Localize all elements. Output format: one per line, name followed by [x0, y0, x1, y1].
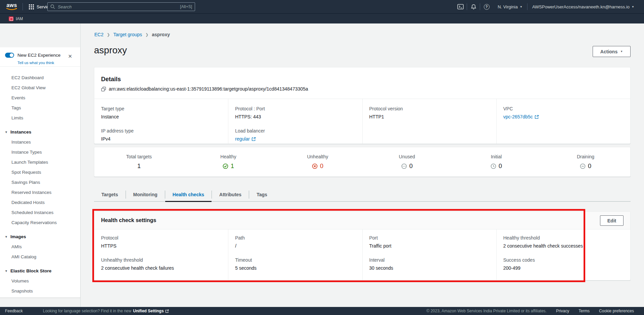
field-value: IPv4	[101, 136, 221, 142]
stat-value: 0	[499, 162, 502, 170]
iam-service-icon	[9, 16, 13, 21]
actions-button[interactable]: Actions ▼	[593, 46, 631, 57]
sidebar-item-capacity-reservations[interactable]: Capacity Reservations	[0, 218, 80, 228]
unified-settings-link[interactable]: Unified Settings	[133, 309, 169, 313]
footer-bar: Feedback Looking for language selection?…	[0, 307, 644, 315]
sidebar-item-launch-templates[interactable]: Launch Templates	[0, 157, 80, 167]
breadcrumb: EC2 ❯ Target groups ❯ asproxy	[94, 32, 170, 37]
sidebar-item-ec2-global-view[interactable]: EC2 Global View	[0, 83, 80, 93]
draining-stat: Draining 0	[541, 147, 630, 176]
check-circle-icon	[223, 163, 228, 169]
details-heading: Details	[94, 67, 630, 83]
nav-divider	[22, 3, 23, 10]
sidebar-section-images[interactable]: ▼Images	[0, 232, 80, 242]
grid-icon	[29, 4, 34, 9]
details-column-2: Protocol : PortHTTPS: 443 Load balancer …	[228, 99, 362, 144]
page-title: asproxy	[94, 45, 127, 56]
top-navigation-bar: aws Services [Alt+S] ?	[0, 0, 644, 13]
tab-health-checks[interactable]: Health checks	[165, 188, 212, 202]
sidebar-item-spot-requests[interactable]: Spot Requests	[0, 167, 80, 177]
section-label: Instances	[10, 127, 31, 137]
arn-text: arn:aws:elasticloadbalancing:us-east-1:3…	[109, 86, 308, 92]
field-value: Traffic port	[369, 243, 490, 249]
sidebar-item-events[interactable]: Events	[0, 93, 80, 103]
field-label: Protocol : Port	[235, 106, 355, 112]
notifications-button[interactable]	[467, 0, 480, 13]
hc-column-2: Path/ Timeout5 seconds	[228, 229, 362, 280]
target-totals-card: Total targets 1 Healthy 1 Unhealthy 0 Un…	[94, 147, 631, 177]
unhealthy-stat: Unhealthy 0	[273, 147, 362, 176]
tab-targets[interactable]: Targets	[94, 188, 126, 202]
sidebar-item-ec2-dashboard[interactable]: EC2 Dashboard	[0, 73, 80, 83]
region-selector[interactable]: N. Virginia ▼	[493, 4, 527, 9]
sidebar-item-snapshots[interactable]: Snapshots	[0, 286, 80, 296]
stat-label: Healthy	[184, 154, 273, 160]
field-value: HTTPS	[101, 243, 221, 249]
field-label: Interval	[369, 257, 490, 263]
footer-right-group: © 2023, Amazon Web Services India Privat…	[426, 309, 634, 313]
sidebar-item-limits[interactable]: Limits	[0, 113, 80, 123]
stat-value: 0	[588, 162, 591, 170]
tab-attributes[interactable]: Attributes	[212, 188, 249, 202]
tab-monitoring[interactable]: Monitoring	[126, 188, 165, 202]
initial-stat: Initial 0	[452, 147, 541, 176]
breadcrumb-target-groups[interactable]: Target groups	[113, 32, 142, 37]
sidebar-item-instance-types[interactable]: Instance Types	[0, 147, 80, 157]
field-label: Unhealthy threshold	[101, 257, 221, 263]
stat-label: Unused	[362, 154, 452, 160]
sidebar-section-instances[interactable]: ▼Instances	[0, 127, 80, 137]
sidebar-item-scheduled-instances[interactable]: Scheduled Instances	[0, 208, 80, 218]
global-search-box[interactable]: [Alt+S]	[47, 2, 195, 11]
tab-tags[interactable]: Tags	[249, 188, 275, 202]
close-icon[interactable]: ✕	[68, 53, 72, 59]
field-label: Protocol	[101, 235, 221, 241]
copy-icon[interactable]	[101, 87, 106, 92]
sidebar-item-reserved-instances[interactable]: Reserved Instances	[0, 188, 80, 198]
field-value: 5 seconds	[235, 265, 355, 271]
topnav-right-group: ? N. Virginia ▼ AWSPowerUserAccess/navan…	[454, 0, 639, 13]
cloudshell-button[interactable]	[454, 0, 467, 13]
target-group-tabs: Targets Monitoring Health checks Attribu…	[94, 188, 631, 202]
clock-circle-icon	[491, 163, 496, 169]
section-label: Elastic Block Store	[10, 266, 51, 276]
sidebar-item-dedicated-hosts[interactable]: Dedicated Hosts	[0, 198, 80, 208]
account-label: AWSPowerUserAccess/navaneeth.kn@harness.…	[532, 4, 630, 9]
chevron-down-icon: ▼	[620, 50, 623, 53]
feedback-link[interactable]: Feedback	[5, 309, 23, 313]
privacy-link[interactable]: Privacy	[556, 309, 569, 313]
field-label: Port	[369, 235, 490, 241]
bell-icon	[471, 4, 476, 10]
hc-column-3: PortTraffic port Interval30 seconds	[362, 229, 496, 280]
stat-label: Unhealthy	[273, 154, 362, 160]
terms-link[interactable]: Terms	[579, 309, 590, 313]
sidebar-item-ami-catalog[interactable]: AMI Catalog	[0, 252, 80, 262]
sidebar-item-amis[interactable]: AMIs	[0, 242, 80, 252]
account-menu[interactable]: AWSPowerUserAccess/navaneeth.kn@harness.…	[527, 4, 639, 9]
field-value: /	[235, 243, 355, 249]
external-link-icon	[165, 309, 169, 313]
search-input[interactable]	[58, 4, 180, 9]
field-label: Protocol version	[369, 106, 490, 112]
sidebar-section-ebs[interactable]: ▼Elastic Block Store	[0, 266, 80, 276]
sidebar-item-savings-plans[interactable]: Savings Plans	[0, 177, 80, 188]
health-check-grid: ProtocolHTTPS Unhealthy threshold2 conse…	[94, 229, 630, 280]
aws-logo[interactable]: aws	[5, 3, 18, 11]
tell-us-link[interactable]: Tell us what you think	[17, 61, 54, 65]
field-label: Load balancer	[235, 128, 355, 134]
details-column-4: VPC vpc-2657db5c	[496, 99, 630, 144]
edit-button[interactable]: Edit	[600, 215, 624, 226]
cookie-preferences-link[interactable]: Cookie preferences	[599, 309, 634, 313]
sidebar-item-volumes[interactable]: Volumes	[0, 276, 80, 286]
sidebar-item-tags[interactable]: Tags	[0, 103, 80, 113]
new-ec2-experience-toggle[interactable]	[5, 53, 14, 58]
favorite-iam-link[interactable]: IAM	[9, 16, 23, 21]
sidebar-item-instances[interactable]: Instances	[0, 137, 80, 147]
breadcrumb-ec2[interactable]: EC2	[94, 32, 103, 37]
vpc-link[interactable]: vpc-2657db5c	[503, 114, 539, 120]
sidebar-divider	[0, 66, 80, 67]
external-link-icon	[251, 137, 256, 141]
details-column-3: Protocol versionHTTP1	[362, 99, 496, 144]
help-button[interactable]: ?	[480, 0, 493, 13]
stat-value: 1	[137, 162, 141, 170]
load-balancer-link[interactable]: regular	[235, 136, 256, 142]
